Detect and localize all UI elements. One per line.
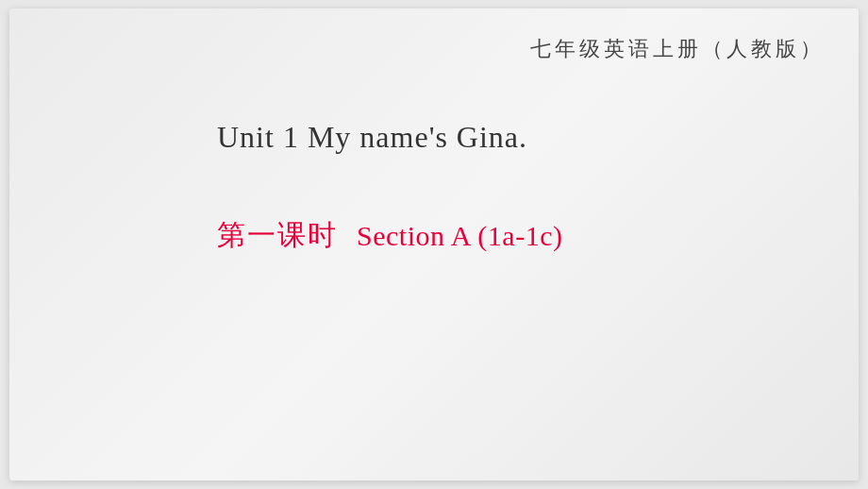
section-chinese: 第一课时 xyxy=(217,216,338,255)
section-english: Section A (1a-1c) xyxy=(357,220,562,252)
section-title: 第一课时 Section A (1a-1c) xyxy=(217,216,562,255)
slide: 七年级英语上册（人教版） Unit 1 My name's Gina. 第一课时… xyxy=(9,8,859,481)
book-title: 七年级英语上册（人教版） xyxy=(530,35,825,63)
unit-title: Unit 1 My name's Gina. xyxy=(217,120,527,155)
